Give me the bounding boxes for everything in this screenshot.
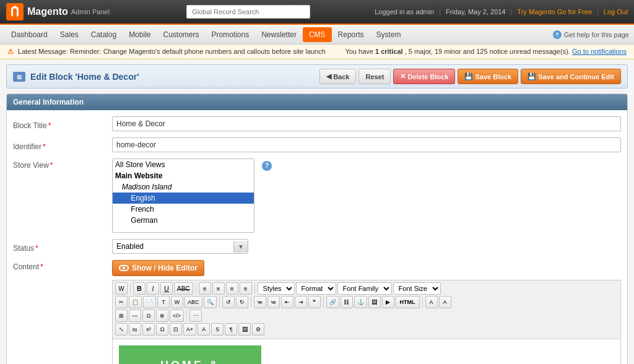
toolbar-undo-btn[interactable]: ↺ (222, 296, 235, 308)
store-option-french[interactable]: French (113, 204, 254, 215)
toolbar-paste-text-btn[interactable]: T (157, 296, 170, 308)
toolbar-hr-btn[interactable]: — (129, 310, 141, 322)
nav-dashboard[interactable]: Dashboard (5, 27, 54, 42)
toolbar-styles2-btn[interactable]: S (211, 323, 224, 336)
store-option-german[interactable]: German (113, 215, 254, 226)
toolbar-layers-btn[interactable]: ⊕ (156, 310, 168, 322)
go-to-notifications-link[interactable]: Go to notifications (572, 48, 627, 55)
save-continue-button[interactable]: 💾 Save and Continue Edit (521, 69, 621, 84)
toolbar-align-center-btn[interactable]: ≡ (212, 282, 225, 295)
magento-logo-icon (6, 3, 24, 20)
toolbar-sep-7 (422, 297, 423, 308)
try-magento-link[interactable]: Try Magento Go for Free (517, 8, 592, 15)
nav-reports[interactable]: Reports (332, 27, 370, 42)
store-view-select[interactable]: All Store Views Main Website Madison Isl… (112, 158, 254, 233)
toolbar-layers2-btn[interactable]: ⊡ (170, 323, 182, 336)
status-select[interactable]: Enabled Disabled (113, 240, 233, 253)
toolbar-spell-btn[interactable]: ABC (185, 296, 202, 308)
toolbar-align-right-btn[interactable]: ≡ (226, 282, 238, 295)
toolbar-bold-btn[interactable]: B (133, 282, 145, 295)
toolbar-outdent-btn[interactable]: ⇤ (281, 296, 293, 308)
toolbar-charmap-btn[interactable]: Ω (142, 310, 155, 322)
toolbar-indent-btn[interactable]: ⇥ (295, 296, 307, 308)
toolbar-sep-6 (323, 297, 324, 308)
toolbar-justify-btn[interactable]: ≡ (240, 282, 252, 295)
notification-area: You have 1 critical , 5 major, 19 minor … (345, 48, 627, 56)
styles-select[interactable]: Styles (258, 282, 295, 295)
toolbar-sub-btn[interactable]: x₂ (129, 323, 141, 336)
font-size-select[interactable]: Font Size (393, 282, 441, 295)
toolbar-strikethrough-btn[interactable]: ABC (174, 282, 193, 295)
nav-mobile[interactable]: Mobile (123, 27, 157, 42)
toolbar-image-btn[interactable]: 🖼 (368, 296, 381, 308)
status-control: Enabled Disabled ▼ (112, 239, 621, 254)
store-option-main-website[interactable]: Main Website (113, 170, 254, 181)
toolbar-italic-btn[interactable]: I (147, 282, 159, 295)
toolbar-specialchar-btn[interactable]: Ω (156, 323, 168, 336)
toolbar-paste-word-btn[interactable]: W (171, 296, 183, 308)
nav-catalog[interactable]: Catalog (85, 27, 123, 42)
logout-link[interactable]: Log Out (604, 8, 628, 15)
global-search-input[interactable] (186, 5, 310, 19)
banner-line1: HOME & (160, 358, 220, 364)
nav-newsletter[interactable]: Newsletter (255, 27, 303, 42)
toolbar-widget-btn[interactable]: ⚙ (252, 323, 264, 336)
toolbar-fontsize3-btn[interactable]: A (198, 323, 210, 336)
show-hide-editor-button[interactable]: Show / Hide Editor (112, 260, 204, 276)
nav-customers[interactable]: Customers (157, 27, 205, 42)
store-option-madison-island[interactable]: Madison Island (113, 181, 254, 193)
toolbar-sup-btn[interactable]: x² (142, 323, 155, 336)
nav-help[interactable]: ? Get help for this page (553, 30, 629, 39)
nav-system[interactable]: System (370, 27, 407, 42)
store-option-all[interactable]: All Store Views (113, 159, 254, 170)
save-block-button[interactable]: 💾 Save Block (458, 69, 518, 84)
toolbar-link-btn[interactable]: 🔗 (326, 296, 339, 308)
back-label: Back (333, 73, 349, 80)
toolbar-w-btn[interactable]: W (115, 282, 128, 295)
store-option-english[interactable]: English (113, 193, 254, 204)
toolbar-bgcolor-btn[interactable]: A (439, 296, 451, 308)
toolbar-table-btn[interactable]: ⊞ (115, 310, 128, 322)
toolbar-find-btn[interactable]: 🔍 (204, 296, 217, 308)
block-title-label: Block Title* (13, 118, 112, 130)
back-button[interactable]: ◀ Back (319, 69, 356, 84)
toolbar-paste-btn[interactable]: 📄 (143, 296, 156, 308)
home-decor-banner: HOME & DECOR (119, 345, 261, 364)
toolbar-unlink-btn[interactable]: ⛓ (341, 296, 353, 308)
identifier-input[interactable] (112, 137, 621, 152)
reset-button[interactable]: Reset (358, 69, 391, 84)
page-actions: ◀ Back Reset ✕ Delete Block 💾 Save Block… (319, 69, 621, 84)
eye-icon (119, 265, 129, 271)
format-select[interactable]: Format (296, 282, 336, 295)
delete-block-button[interactable]: ✕ Delete Block (393, 69, 455, 84)
toolbar-copy-btn[interactable]: 📋 (129, 296, 142, 308)
help-circle-icon: ? (553, 30, 562, 39)
store-view-help-icon[interactable]: ? (262, 161, 272, 171)
store-view-row: Store View* All Store Views Main Website… (13, 158, 621, 233)
toolbar-insert-image-btn[interactable]: 🖼 (238, 323, 251, 336)
toolbar-align-left-btn[interactable]: ≡ (199, 282, 211, 295)
nav-promotions[interactable]: Promotions (206, 27, 256, 42)
toolbar-html-btn[interactable]: HTML (396, 296, 420, 308)
block-title-input[interactable] (112, 116, 621, 131)
toolbar-anchor-btn[interactable]: ⚓ (354, 296, 367, 308)
toolbar-underline-btn[interactable]: U (160, 282, 173, 295)
font-family-select[interactable]: Font Family (337, 282, 392, 295)
editor-content-area[interactable]: HOME & DECOR (112, 339, 621, 364)
nav-cms[interactable]: CMS (303, 27, 332, 42)
nav-sales[interactable]: Sales (54, 27, 85, 42)
toolbar-ol-btn[interactable]: ≔ (267, 296, 280, 308)
toolbar-redo-btn[interactable]: ↻ (236, 296, 248, 308)
toolbar-fgcolor-btn[interactable]: A (425, 296, 438, 308)
toolbar-fontsize2-btn[interactable]: A+ (183, 323, 196, 336)
toolbar-ul-btn[interactable]: ≔ (254, 296, 266, 308)
logo-area: Magento Admin Panel (6, 3, 110, 20)
toolbar-code-btn[interactable]: </> (170, 310, 184, 322)
toolbar-cut-btn[interactable]: ✂ (115, 296, 128, 308)
toolbar-blockquote-btn[interactable]: ❝ (308, 296, 321, 308)
toolbar-resize-btn[interactable]: ⤡ (115, 323, 128, 336)
toolbar-pagebreak-btn[interactable]: ¶ (225, 323, 237, 336)
header-date: Friday, May 2, 2014 (446, 8, 505, 15)
toolbar-more-btn[interactable]: ⋯ (189, 310, 202, 322)
toolbar-media-btn[interactable]: ▶ (382, 296, 394, 308)
